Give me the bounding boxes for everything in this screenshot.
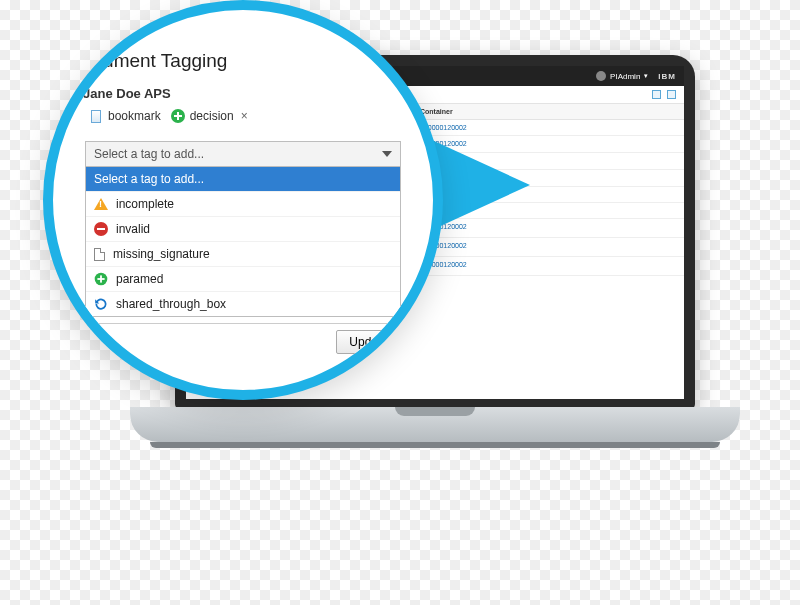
- cell-container[interactable]: 000000120002: [416, 257, 684, 275]
- brand-label: IBM: [658, 72, 676, 81]
- dropdown-header: Select a tag to add...: [86, 167, 400, 191]
- laptop-notch: [395, 407, 475, 416]
- user-chip[interactable]: PIAdmin ▾: [596, 71, 648, 81]
- option-label: missing_signature: [113, 247, 210, 261]
- applied-tags: bookmark decision ×: [83, 109, 403, 123]
- list-view-icon[interactable]: [652, 90, 661, 99]
- tag-option-shared-through-box[interactable]: shared_through_box: [86, 291, 400, 316]
- option-label: invalid: [116, 222, 150, 236]
- chevron-down-icon: [382, 151, 392, 157]
- magnifier-lens: ocument Tagging Jane Doe APS bookmark de…: [43, 0, 443, 400]
- no-entry-icon: [94, 222, 108, 236]
- username-label: PIAdmin: [610, 72, 640, 81]
- option-label: shared_through_box: [116, 297, 226, 311]
- laptop-foot: [150, 442, 720, 448]
- plus-icon: [95, 273, 108, 286]
- avatar-icon: [596, 71, 606, 81]
- tag-dropdown: Select a tag to add... incomplete invali…: [85, 167, 401, 317]
- bookmark-icon: [89, 109, 103, 123]
- tag-option-missing-signature[interactable]: missing_signature: [86, 241, 400, 266]
- grid-view-icon[interactable]: [667, 90, 676, 99]
- undo-icon: [94, 297, 108, 311]
- chevron-down-icon: ▾: [644, 72, 648, 80]
- update-row: Update: [85, 323, 401, 354]
- chip-label: bookmark: [108, 109, 161, 123]
- warning-icon: [94, 198, 108, 210]
- panel-title: ocument Tagging: [83, 50, 403, 72]
- remove-chip-icon[interactable]: ×: [241, 109, 248, 123]
- combo-placeholder: Select a tag to add...: [94, 147, 204, 161]
- option-label: incomplete: [116, 197, 174, 211]
- tag-option-incomplete[interactable]: incomplete: [86, 191, 400, 216]
- option-label: paramed: [116, 272, 163, 286]
- tag-chip-decision[interactable]: decision ×: [171, 109, 248, 123]
- col-container[interactable]: Container: [416, 104, 684, 119]
- tag-option-paramed[interactable]: paramed: [86, 266, 400, 291]
- record-subtitle: Jane Doe APS: [83, 86, 403, 101]
- plus-icon: [171, 109, 185, 123]
- chip-label: decision: [190, 109, 234, 123]
- tag-select-combo[interactable]: Select a tag to add...: [85, 141, 401, 167]
- page-icon: [94, 248, 105, 261]
- laptop-base: [130, 407, 740, 442]
- tag-option-invalid[interactable]: invalid: [86, 216, 400, 241]
- tag-chip-bookmark[interactable]: bookmark: [89, 109, 161, 123]
- cell-container[interactable]: 000000120002: [416, 238, 684, 256]
